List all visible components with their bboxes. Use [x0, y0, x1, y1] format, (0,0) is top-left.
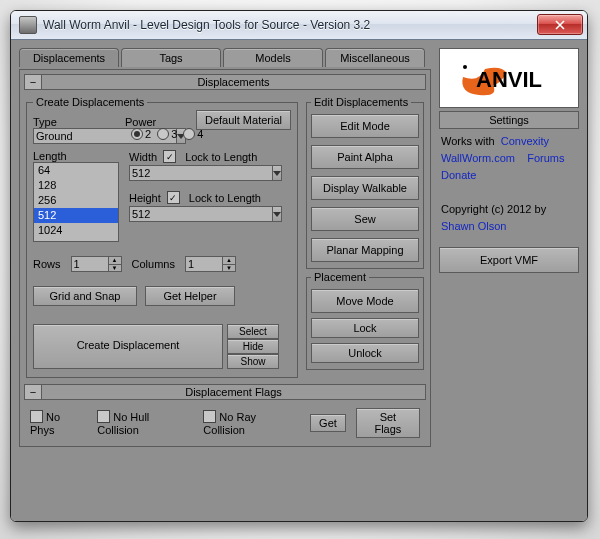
lock-button[interactable]: Lock — [311, 318, 419, 338]
rows-value[interactable] — [71, 256, 109, 272]
works-with-text: Works with — [441, 135, 495, 147]
no-ray-checkbox[interactable] — [203, 410, 216, 423]
power-radio-3[interactable] — [157, 128, 169, 140]
app-icon — [19, 16, 37, 34]
set-flags-button[interactable]: Set Flags — [356, 408, 420, 438]
width-select[interactable] — [129, 165, 279, 181]
copyright-text: Copyright (c) 2012 by — [441, 203, 546, 215]
get-helper-button[interactable]: Get Helper — [145, 286, 235, 306]
paint-alpha-button[interactable]: Paint Alpha — [311, 145, 419, 169]
close-icon — [555, 20, 565, 30]
list-item[interactable]: 64 — [34, 163, 118, 178]
group-placement: Placement Move Mode Lock Unlock — [306, 271, 424, 370]
chevron-down-icon[interactable] — [273, 165, 282, 181]
list-item[interactable]: 512 — [34, 208, 118, 223]
wallworm-link[interactable]: WallWorm.com — [441, 152, 515, 164]
height-lock-checkbox[interactable]: ✓ — [167, 191, 180, 204]
spin-down-icon[interactable]: ▼ — [109, 264, 122, 273]
tab-displacements[interactable]: Displacements — [19, 48, 119, 67]
create-displacement-button[interactable]: Create Displacement — [33, 324, 223, 369]
width-label: Width — [129, 151, 157, 163]
spin-up-icon[interactable]: ▲ — [109, 256, 122, 264]
rows-spinner[interactable]: ▲▼ — [71, 256, 122, 272]
default-material-button[interactable]: Default Material — [196, 110, 291, 130]
width-lock-label: Lock to Length — [185, 151, 257, 163]
anvil-logo: ANVIL — [439, 48, 579, 108]
chevron-down-icon[interactable] — [273, 206, 282, 222]
convexity-link[interactable]: Convexity — [501, 135, 549, 147]
height-label: Height — [129, 192, 161, 204]
list-item[interactable]: 256 — [34, 193, 118, 208]
main-panel: − Displacements Create Displacements Def… — [19, 69, 431, 447]
length-listbox[interactable]: 64 128 256 512 1024 — [33, 162, 119, 242]
planar-mapping-button[interactable]: Planar Mapping — [311, 238, 419, 262]
no-phys-checkbox[interactable] — [30, 410, 43, 423]
show-button[interactable]: Show — [227, 354, 279, 369]
get-flags-button[interactable]: Get — [310, 414, 346, 432]
cols-label: Columns — [132, 258, 175, 270]
spin-down-icon[interactable]: ▼ — [223, 264, 236, 273]
titlebar[interactable]: Wall Worm Anvil - Level Design Tools for… — [11, 11, 587, 40]
hide-button[interactable]: Hide — [227, 339, 279, 354]
type-select[interactable] — [33, 128, 115, 144]
move-mode-button[interactable]: Move Mode — [311, 289, 419, 313]
power-radio-2[interactable] — [131, 128, 143, 140]
accordion-title: Displacements — [42, 75, 425, 89]
width-lock-checkbox[interactable]: ✓ — [163, 150, 176, 163]
list-item[interactable]: 128 — [34, 178, 118, 193]
minus-icon: − — [25, 385, 42, 399]
accordion-displacements[interactable]: − Displacements — [24, 74, 426, 90]
tab-misc[interactable]: Miscellaneous — [325, 48, 425, 67]
rows-label: Rows — [33, 258, 61, 270]
select-button[interactable]: Select — [227, 324, 279, 339]
power-label: Power — [125, 116, 203, 128]
cols-value[interactable] — [185, 256, 223, 272]
group-placement-legend: Placement — [311, 271, 369, 283]
height-select[interactable] — [129, 206, 279, 222]
tabstrip: Displacements Tags Models Miscellaneous — [19, 48, 431, 67]
cols-spinner[interactable]: ▲▼ — [185, 256, 236, 272]
tab-models[interactable]: Models — [223, 48, 323, 67]
group-create: Create Displacements Default Material Ty… — [26, 96, 298, 378]
group-edit: Edit Displacements Edit Mode Paint Alpha… — [306, 96, 424, 269]
power-radio-4[interactable] — [183, 128, 195, 140]
spin-up-icon[interactable]: ▲ — [223, 256, 236, 264]
export-vmf-button[interactable]: Export VMF — [439, 247, 579, 273]
list-item[interactable]: 1024 — [34, 223, 118, 238]
length-label: Length — [33, 150, 119, 162]
tab-tags[interactable]: Tags — [121, 48, 221, 67]
window-title: Wall Worm Anvil - Level Design Tools for… — [43, 18, 370, 32]
no-hull-checkbox[interactable] — [97, 410, 110, 423]
height-value[interactable] — [129, 206, 273, 222]
power-2-label: 2 — [145, 128, 151, 140]
height-lock-label: Lock to Length — [189, 192, 261, 204]
power-3-label: 3 — [171, 128, 177, 140]
minus-icon: − — [25, 75, 42, 89]
forums-link[interactable]: Forums — [527, 152, 564, 164]
accordion-flags[interactable]: − Displacement Flags — [24, 384, 426, 400]
sew-button[interactable]: Sew — [311, 207, 419, 231]
unlock-button[interactable]: Unlock — [311, 343, 419, 363]
display-walkable-button[interactable]: Display Walkable — [311, 176, 419, 200]
donate-link[interactable]: Donate — [441, 169, 476, 181]
grid-snap-button[interactable]: Grid and Snap — [33, 286, 137, 306]
svg-text:ANVIL: ANVIL — [476, 67, 542, 92]
group-create-legend: Create Displacements — [33, 96, 147, 108]
edit-mode-button[interactable]: Edit Mode — [311, 114, 419, 138]
close-button[interactable] — [537, 14, 583, 35]
settings-header[interactable]: Settings — [439, 111, 579, 129]
group-edit-legend: Edit Displacements — [311, 96, 411, 108]
author-link[interactable]: Shawn Olson — [441, 220, 506, 232]
accordion-flags-title: Displacement Flags — [42, 385, 425, 399]
svg-point-1 — [463, 65, 467, 69]
width-value[interactable] — [129, 165, 273, 181]
app-window: Wall Worm Anvil - Level Design Tools for… — [10, 10, 588, 522]
type-label: Type — [33, 116, 115, 128]
